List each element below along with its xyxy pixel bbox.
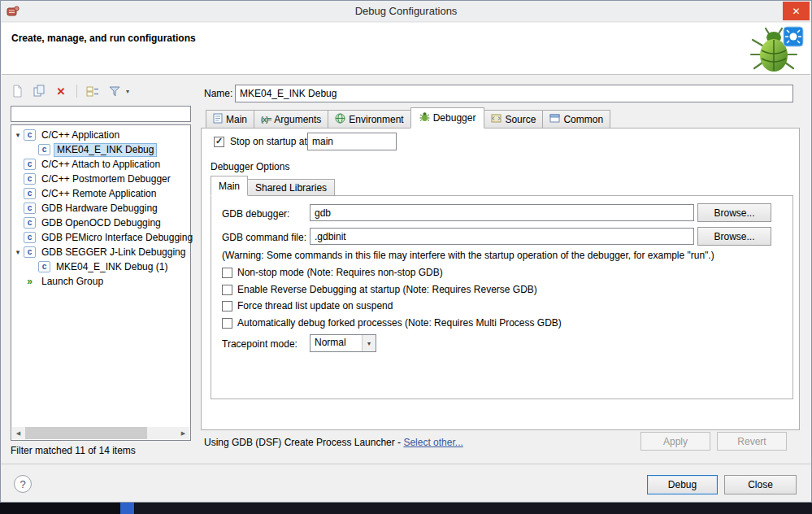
reverse-debugging-checkbox[interactable] — [222, 285, 232, 295]
arguments-tab-icon: (x)= — [261, 115, 271, 124]
gdb-command-file-input[interactable] — [310, 228, 694, 245]
subtab-shared-libraries[interactable]: Shared Libraries — [247, 179, 335, 196]
collapse-all-icon[interactable] — [85, 83, 101, 99]
debug-forked-processes-checkbox[interactable] — [222, 318, 232, 329]
tree-item-gdb-segger-jlink[interactable]: ▾ c GDB SEGGER J-Link Debugging — [12, 245, 189, 259]
tab-arguments[interactable]: (x)= Arguments — [254, 110, 328, 128]
close-icon[interactable]: ✕ — [783, 2, 810, 20]
select-other-link[interactable]: Select other... — [403, 437, 462, 448]
main-tab-icon — [213, 113, 223, 126]
scroll-left-icon[interactable]: ◀ — [12, 427, 24, 439]
tree-item-cpp-application[interactable]: ▾ c C/C++ Application — [12, 128, 189, 142]
debug-bug-logo-icon — [749, 25, 804, 76]
debugger-options-subtabs: Main Shared Libraries — [211, 176, 335, 196]
debugger-tab-icon — [419, 111, 430, 124]
window-title: Debug Configurations — [1, 5, 811, 17]
new-configuration-icon[interactable] — [9, 83, 25, 99]
tab-common[interactable]: Common — [542, 110, 610, 128]
apply-button[interactable]: Apply — [640, 432, 710, 451]
tree-item-cpp-remote[interactable]: c C/C++ Remote Application — [12, 186, 189, 201]
stop-on-startup-label: Stop on startup at: — [230, 136, 310, 147]
c-application-icon: c — [38, 144, 50, 155]
tree-item-gdb-openocd[interactable]: c GDB OpenOCD Debugging — [12, 216, 189, 230]
scroll-right-icon[interactable]: ▶ — [177, 427, 189, 439]
close-button[interactable]: Close — [724, 475, 797, 494]
tab-source[interactable]: Source — [484, 110, 543, 128]
scrollbar-thumb[interactable] — [25, 427, 147, 439]
launcher-info: Using GDB (DSF) Create Process Launcher … — [204, 437, 463, 448]
debugger-options-panel — [211, 195, 793, 399]
screen: Debug Configurations ✕ Create, manage, a… — [0, 0, 812, 514]
c-application-icon: c — [24, 173, 36, 185]
c-application-icon: c — [24, 129, 36, 141]
debug-configurations-dialog: Debug Configurations ✕ Create, manage, a… — [0, 0, 812, 503]
configurations-toolbar: ✕ ▾ — [9, 81, 129, 101]
gdbinit-warning-text: (Warning: Some commands in this file may… — [222, 250, 714, 261]
checkmark-icon: ✓ — [215, 137, 223, 146]
gdb-debugger-label: GDB debugger: — [222, 208, 289, 220]
horizontal-scrollbar[interactable]: ◀ ▶ — [12, 427, 189, 439]
chevron-down-icon: ▾ — [362, 335, 376, 351]
debug-forked-processes-label: Automatically debug forked processes (No… — [237, 317, 562, 329]
page-title: Create, manage, and run configurations — [11, 33, 196, 44]
subtab-main[interactable]: Main — [211, 176, 248, 196]
browse-gdb-command-file-button[interactable]: Browse... — [697, 227, 771, 246]
name-label: Name: — [204, 88, 232, 99]
configuration-name-input[interactable] — [235, 85, 793, 102]
toolbar-separator — [76, 85, 77, 98]
c-application-icon: c — [24, 159, 36, 170]
c-application-icon: c — [24, 246, 36, 258]
non-stop-mode-label: Non-stop mode (Note: Requires non-stop G… — [237, 267, 443, 278]
tree-item-gdb-hardware[interactable]: c GDB Hardware Debugging — [12, 201, 189, 216]
filter-menu-arrow-icon[interactable]: ▾ — [126, 88, 129, 95]
expander-icon[interactable]: ▾ — [12, 248, 24, 256]
tree-item-cpp-attach[interactable]: c C/C++ Attach to Application — [12, 157, 189, 172]
tree-item-mke04-e-ink-debug-1[interactable]: c MKE04_E_INK Debug (1) — [12, 259, 189, 274]
tree-item-cpp-postmortem[interactable]: c C/C++ Postmortem Debugger — [12, 172, 189, 186]
stop-on-startup-checkbox[interactable]: ✓ — [214, 137, 224, 147]
tracepoint-mode-select[interactable]: Normal ▾ — [310, 334, 376, 352]
taskbar-sliver — [0, 503, 812, 514]
force-thread-list-label: Force thread list update on suspend — [237, 300, 393, 311]
header-banner: Create, manage, and run configurations — [2, 23, 810, 75]
debug-button[interactable]: Debug — [647, 475, 718, 494]
c-application-icon: c — [24, 203, 36, 214]
tab-bar: Main (x)= Arguments Environment Debugger… — [206, 107, 610, 128]
debugger-options-title: Debugger Options — [211, 161, 289, 172]
taskbar-item — [120, 503, 134, 514]
tab-main[interactable]: Main — [206, 110, 254, 128]
environment-tab-icon — [335, 113, 345, 126]
filter-configurations-icon[interactable] — [106, 83, 123, 99]
c-application-icon: c — [24, 232, 36, 243]
source-tab-icon — [491, 113, 502, 126]
tree-item-launch-group[interactable]: » Launch Group — [12, 274, 189, 289]
duplicate-configuration-icon[interactable] — [31, 83, 47, 99]
configurations-tree: ▾ c C/C++ Application c MKE04_E_INK Debu… — [11, 124, 191, 441]
c-application-icon: c — [24, 217, 36, 229]
non-stop-mode-checkbox[interactable] — [222, 268, 232, 278]
reverse-debugging-label: Enable Reverse Debugging at startup (Not… — [237, 284, 537, 295]
common-tab-icon — [549, 113, 560, 126]
gdb-command-file-label: GDB command file: — [222, 232, 306, 243]
stop-on-startup-input[interactable] — [307, 133, 397, 150]
gdb-debugger-input[interactable] — [310, 204, 694, 221]
revert-button[interactable]: Revert — [717, 432, 787, 451]
tab-debugger[interactable]: Debugger — [410, 107, 485, 128]
browse-gdb-debugger-button[interactable]: Browse... — [697, 203, 771, 222]
tree-item-gdb-pemicro[interactable]: c GDB PEMicro Interface Debugging — [12, 230, 189, 245]
tracepoint-mode-label: Tracepoint mode: — [222, 338, 297, 350]
c-application-icon: c — [24, 188, 36, 199]
tree-item-mke04-e-ink-debug[interactable]: c MKE04_E_INK Debug — [12, 142, 189, 157]
expander-icon[interactable]: ▾ — [12, 131, 24, 139]
filter-input[interactable] — [11, 106, 191, 122]
help-icon[interactable]: ? — [14, 475, 32, 493]
filter-status: Filter matched 11 of 14 items — [11, 445, 136, 456]
titlebar: Debug Configurations ✕ — [1, 1, 811, 22]
footer-divider — [1, 464, 811, 464]
tab-environment[interactable]: Environment — [328, 110, 410, 128]
force-thread-list-checkbox[interactable] — [222, 301, 232, 311]
delete-configuration-icon[interactable]: ✕ — [53, 83, 69, 99]
launch-group-icon: » — [24, 276, 36, 287]
launcher-text: Using GDB (DSF) Create Process Launcher … — [204, 437, 403, 448]
c-application-icon: c — [38, 261, 50, 272]
